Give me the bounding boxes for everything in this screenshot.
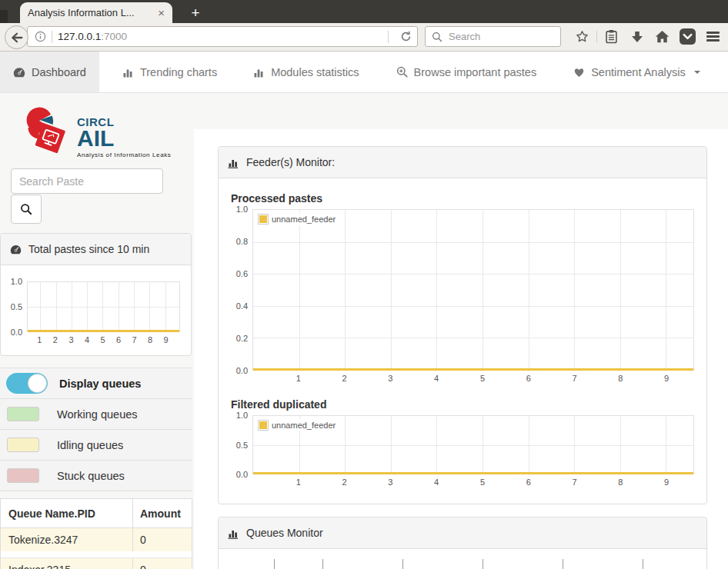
processed-pastes-chart: 1.00.80.60.40.20.0 unnamed_feeder 123456… (229, 209, 694, 388)
toolbar-divider (596, 31, 597, 43)
nav-item-dashboard[interactable]: Dashboard (0, 52, 99, 92)
filtered-duplicated-chart: 1.00.50.0 unnamed_feeder 123456789 (229, 415, 694, 491)
series-line (253, 368, 693, 371)
amount-cell: 0 (132, 558, 192, 569)
tachometer-icon (10, 245, 22, 255)
search-paste-input[interactable] (11, 168, 163, 194)
reload-button[interactable] (394, 31, 417, 42)
url-divider (52, 31, 52, 43)
total-pastes-chart: 1.00.50.0 123456789 (4, 281, 180, 346)
y-axis-labels: 1.00.80.60.40.20.0 (229, 209, 252, 371)
new-tab-button[interactable]: + (182, 2, 209, 23)
legend-swatch (258, 420, 269, 431)
stuck-queues-swatch (7, 468, 39, 483)
reload-icon (400, 31, 412, 42)
reading-list-icon (605, 29, 618, 44)
chart-legend: unnamed_feeder (257, 419, 339, 431)
total-pastes-title: Total pastes since 10 min (28, 243, 149, 255)
nav-item-label: Modules statistics (271, 66, 359, 78)
browser-search-input[interactable] (447, 30, 554, 43)
tab-bar-notch (0, 10, 8, 23)
search-icon (432, 32, 442, 42)
total-pastes-panel-header: Total pastes since 10 min (1, 234, 191, 265)
heart-icon (573, 67, 585, 78)
search-icon (20, 203, 32, 215)
y-axis-labels: 1.00.50.0 (4, 281, 27, 332)
amount-header: Amount (132, 499, 192, 527)
menu-button[interactable] (700, 25, 726, 48)
y-axis-labels: 1.00.50.0 (229, 415, 252, 474)
plot-area: unnamed_feeder (252, 415, 694, 474)
x-axis-labels: 123456789 (252, 474, 694, 491)
browser-search-bar[interactable] (425, 26, 561, 47)
home-button[interactable] (650, 25, 675, 48)
reading-list-button[interactable] (599, 25, 624, 48)
nav-item-label: Dashboard (32, 66, 86, 78)
queues-monitor-header: Queues Monitor (219, 517, 706, 549)
queues-monitor-panel: Queues Monitor (218, 517, 707, 569)
chart-legend: unnamed_feeder (257, 213, 339, 225)
working-queues-swatch (7, 407, 39, 421)
logo-tagline: Analysis of Information Leaks (77, 151, 171, 158)
site-navbar: Dashboard Trending charts Modules statis… (0, 52, 728, 93)
bar-chart-icon (228, 527, 239, 539)
plot-area (27, 281, 180, 332)
queue-legend-list: Display queues Working queues Idling que… (0, 368, 192, 491)
idling-queues-row: Idling queues (0, 430, 192, 461)
browser-tab-bar: Analysis Information L... × + (0, 0, 728, 23)
x-axis-labels: 123456789 (252, 371, 694, 388)
tab-close-icon[interactable]: × (158, 7, 165, 18)
display-queues-row: Display queues (0, 368, 192, 399)
info-icon[interactable] (35, 31, 46, 42)
back-button[interactable] (5, 25, 28, 49)
url-bar[interactable]: 127.0.0.1:7000 (27, 26, 418, 47)
bookmark-star-button[interactable] (569, 25, 595, 48)
idling-queues-label: Idling queues (57, 439, 123, 451)
back-icon (11, 32, 23, 43)
bar-chart-icon (123, 67, 134, 78)
working-queues-label: Working queues (57, 408, 138, 421)
browser-tab[interactable]: Analysis Information L... × (20, 2, 172, 23)
queue-name-cell: Tokenize.3247 (1, 534, 132, 546)
filtered-duplicated-title: Filtered duplicated (231, 398, 694, 411)
toolbar-icons (569, 23, 726, 50)
pocket-icon (680, 28, 696, 45)
nav-item-trending-charts[interactable]: Trending charts (110, 52, 230, 92)
nav-item-browse-important-pastes[interactable]: Browse important pastes (383, 52, 550, 92)
total-pastes-panel: Total pastes since 10 min 1.00.50.0 1234… (0, 233, 192, 356)
queues-monitor-title: Queues Monitor (246, 527, 323, 539)
tab-title: Analysis Information L... (28, 7, 153, 18)
processed-pastes-title: Processed pastes (231, 192, 694, 205)
tachometer-icon (13, 67, 25, 78)
nav-item-modules-statistics[interactable]: Modules statistics (241, 52, 372, 92)
home-icon (655, 30, 670, 43)
stuck-queues-label: Stuck queues (57, 470, 125, 482)
ail-logo: CIRCL AIL Analysis of Information Leaks (18, 106, 171, 160)
star-icon (575, 29, 589, 44)
amount-cell: 0 (132, 528, 192, 551)
sidebar: CIRCL AIL Analysis of Information Leaks … (0, 92, 192, 569)
download-icon (631, 31, 643, 43)
search-paste-button[interactable] (11, 195, 42, 224)
downloads-button[interactable] (624, 25, 650, 48)
pocket-button[interactable] (675, 25, 700, 48)
bar-chart-icon (254, 67, 265, 78)
queues-monitor-chart (243, 549, 694, 569)
search-plus-icon (396, 66, 408, 78)
legend-swatch (258, 214, 269, 225)
queue-name-header: Queue Name.PID (1, 507, 132, 520)
logo-product: AIL (77, 128, 171, 148)
queue-status-table: Queue Name.PID Amount Tokenize.3247 0 In… (0, 498, 192, 569)
display-queues-toggle[interactable] (6, 373, 48, 394)
nav-item-label: Browse important pastes (414, 66, 537, 78)
table-row: Indexer.3315 0 (1, 557, 192, 569)
nav-item-sentiment-analysis[interactable]: Sentiment Analysis (560, 52, 713, 92)
browser-toolbar: 127.0.0.1:7000 (0, 23, 728, 52)
nav-item-label: Sentiment Analysis (591, 66, 686, 78)
feeder-monitor-panel: Feeder(s) Monitor: Processed pastes 1.00… (218, 146, 707, 504)
queue-name-cell: Indexer.3315 (1, 564, 132, 569)
feeder-monitor-header: Feeder(s) Monitor: (219, 147, 706, 178)
caret-down-icon (694, 71, 700, 74)
queue-table-header: Queue Name.PID Amount (1, 499, 192, 528)
nav-item-label: Trending charts (140, 66, 217, 78)
